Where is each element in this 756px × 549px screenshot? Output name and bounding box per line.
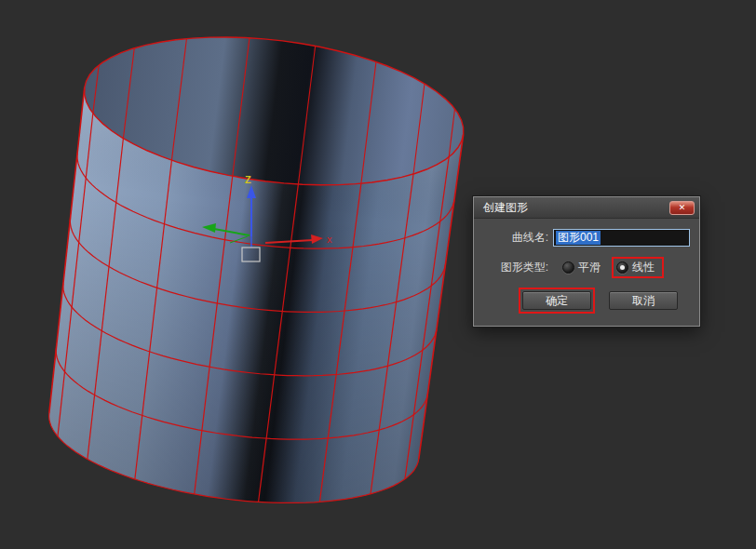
dialog-title: 创建图形: [483, 200, 669, 216]
shape-type-label: 图形类型:: [483, 260, 548, 275]
radio-smooth-circle-icon[interactable]: [562, 261, 574, 274]
cylinder-mesh[interactable]: [37, 18, 472, 522]
radio-smooth[interactable]: 平滑: [562, 260, 601, 275]
dialog-titlebar[interactable]: 创建图形 ✕: [474, 197, 699, 219]
shape-type-row: 图形类型: 平滑 线性: [483, 257, 690, 278]
cancel-button[interactable]: 取消: [609, 291, 678, 310]
curve-name-label: 曲线名:: [483, 230, 548, 246]
gizmo-x-label: x: [327, 234, 332, 245]
highlight-box-ok: 确定: [519, 288, 595, 314]
highlight-box-linear: 线性: [612, 257, 664, 278]
radio-linear-label: 线性: [632, 260, 655, 275]
curve-name-value: 图形001: [556, 231, 601, 245]
3d-viewport[interactable]: Z x 创建图形 ✕ 曲线名: 图形001 图形类型: 平滑: [0, 0, 756, 549]
ok-button[interactable]: 确定: [522, 291, 591, 310]
radio-linear-circle-icon[interactable]: [616, 261, 628, 274]
radio-smooth-label: 平滑: [578, 260, 601, 275]
create-shape-dialog: 创建图形 ✕ 曲线名: 图形001 图形类型: 平滑 线性: [473, 196, 700, 327]
dialog-button-row: 确定 取消: [483, 288, 690, 314]
curve-name-row: 曲线名: 图形001: [483, 229, 690, 247]
close-icon[interactable]: ✕: [669, 201, 695, 215]
gizmo-z-label: Z: [245, 174, 251, 185]
radio-linear[interactable]: 线性: [616, 260, 655, 275]
curve-name-input[interactable]: 图形001: [553, 229, 690, 247]
